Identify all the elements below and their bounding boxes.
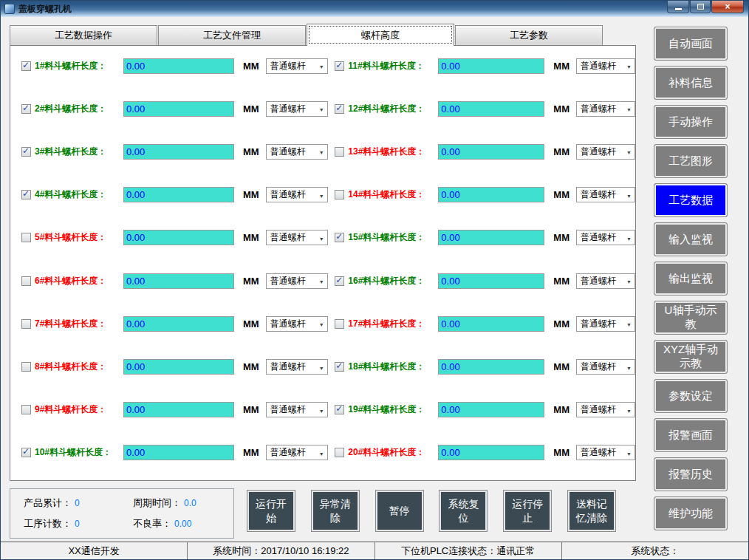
- hopper-label: 13#料斗螺杆长度：: [348, 146, 438, 158]
- screw-length-input[interactable]: [438, 402, 544, 417]
- screw-length-input[interactable]: [123, 273, 234, 289]
- hopper-checkbox[interactable]: [21, 319, 31, 329]
- screw-length-input[interactable]: [123, 230, 234, 245]
- screw-length-input[interactable]: [438, 58, 544, 74]
- sidebar-button[interactable]: 维护功能: [654, 496, 728, 530]
- sidebar-button[interactable]: 输出监视: [654, 262, 728, 296]
- sidebar-button[interactable]: 工艺图形: [654, 144, 728, 178]
- tab[interactable]: 螺杆高度: [307, 24, 454, 46]
- sidebar-button[interactable]: U轴手动示教: [654, 301, 728, 335]
- screw-type-select[interactable]: 普通螺杆: [576, 187, 635, 202]
- sidebar-button[interactable]: XYZ轴手动示教: [654, 340, 728, 374]
- hopper-checkbox[interactable]: [21, 276, 31, 286]
- control-button[interactable]: 暂停: [375, 490, 424, 532]
- hopper-checkbox[interactable]: [335, 233, 344, 242]
- screw-length-input[interactable]: [438, 273, 544, 289]
- sidebar-button[interactable]: 报警历史: [654, 457, 728, 491]
- chevron-down-icon: [319, 233, 324, 243]
- unit-label: MM: [243, 189, 259, 200]
- hopper-row: 8#料斗螺杆长度： MM 普通螺杆: [10, 359, 333, 375]
- screw-type-select[interactable]: 普通螺杆: [266, 359, 328, 375]
- screw-type-select[interactable]: 普通螺杆: [266, 101, 328, 117]
- screw-type-select[interactable]: 普通螺杆: [266, 144, 328, 160]
- sidebar-button[interactable]: 手动操作: [654, 105, 728, 139]
- screw-length-input[interactable]: [438, 316, 544, 332]
- screw-length-input[interactable]: [438, 187, 544, 202]
- screw-type-value: 普通螺杆: [270, 103, 306, 115]
- hopper-checkbox[interactable]: [335, 61, 344, 71]
- screw-length-input[interactable]: [438, 101, 544, 117]
- control-button[interactable]: 运行开始: [247, 490, 295, 532]
- hopper-checkbox[interactable]: [335, 405, 344, 414]
- control-button[interactable]: 送料记忆清除: [567, 490, 616, 532]
- screw-type-select[interactable]: 普通螺杆: [266, 230, 328, 245]
- screw-type-select[interactable]: 普通螺杆: [576, 273, 635, 289]
- hopper-checkbox[interactable]: [21, 61, 31, 71]
- hopper-row: 11#料斗螺杆长度： MM 普通螺杆: [333, 58, 635, 74]
- screw-length-input[interactable]: [438, 144, 544, 160]
- window-controls: ×: [666, 1, 744, 13]
- hopper-checkbox[interactable]: [335, 147, 344, 157]
- sidebar-button[interactable]: 补料信息: [654, 66, 728, 100]
- unit-label: MM: [243, 146, 259, 157]
- screw-type-select[interactable]: 普通螺杆: [576, 402, 635, 417]
- screw-type-select[interactable]: 普通螺杆: [266, 316, 328, 332]
- minimize-button[interactable]: [667, 1, 689, 13]
- screw-length-input[interactable]: [123, 316, 234, 332]
- screw-type-select[interactable]: 普通螺杆: [266, 187, 328, 202]
- screw-length-input[interactable]: [438, 230, 544, 245]
- hopper-checkbox[interactable]: [21, 362, 31, 372]
- hopper-checkbox[interactable]: [335, 276, 344, 286]
- sidebar-button-label: 补料信息: [668, 76, 713, 90]
- hopper-checkbox[interactable]: [335, 190, 344, 199]
- sidebar-button[interactable]: 输入监视: [654, 222, 728, 256]
- screw-type-select[interactable]: 普通螺杆: [576, 230, 635, 245]
- chevron-down-icon: [319, 276, 324, 286]
- hopper-checkbox[interactable]: [335, 319, 344, 329]
- hopper-checkbox[interactable]: [335, 448, 344, 457]
- screw-type-select[interactable]: 普通螺杆: [576, 58, 635, 74]
- hopper-checkbox[interactable]: [21, 405, 31, 414]
- screw-length-input[interactable]: [123, 187, 234, 202]
- hopper-checkbox[interactable]: [21, 147, 31, 157]
- sidebar-button[interactable]: 自动画面: [654, 27, 728, 61]
- control-button[interactable]: 系统复位: [439, 490, 488, 532]
- screw-length-input[interactable]: [438, 359, 544, 375]
- hopper-row: 16#料斗螺杆长度： MM 普通螺杆: [333, 273, 635, 289]
- screw-type-select[interactable]: 普通螺杆: [576, 144, 635, 160]
- tab[interactable]: 工艺文件管理: [158, 25, 306, 45]
- hopper-checkbox[interactable]: [21, 233, 31, 242]
- hopper-checkbox[interactable]: [335, 104, 344, 114]
- maximize-button[interactable]: [690, 1, 711, 13]
- sidebar-button[interactable]: 工艺数据: [654, 183, 728, 217]
- sidebar-button[interactable]: 报警画面: [654, 418, 728, 452]
- control-button[interactable]: 运行停止: [503, 490, 552, 532]
- screw-length-input[interactable]: [123, 101, 234, 117]
- screw-type-select[interactable]: 普通螺杆: [266, 445, 328, 460]
- screw-length-input[interactable]: [123, 402, 234, 417]
- screw-type-select[interactable]: 普通螺杆: [576, 445, 635, 460]
- screw-type-select[interactable]: 普通螺杆: [576, 101, 635, 117]
- tab[interactable]: 工艺参数: [455, 25, 603, 45]
- screw-type-select[interactable]: 普通螺杆: [266, 58, 328, 74]
- control-button[interactable]: 异常清除: [311, 490, 360, 532]
- hopper-checkbox[interactable]: [21, 104, 31, 114]
- screw-type-select[interactable]: 普通螺杆: [576, 316, 635, 332]
- screw-length-input[interactable]: [123, 445, 234, 460]
- screw-type-select[interactable]: 普通螺杆: [266, 402, 328, 417]
- screw-length-input[interactable]: [123, 58, 234, 74]
- screw-type-value: 普通螺杆: [581, 146, 616, 158]
- hopper-checkbox[interactable]: [21, 448, 31, 457]
- screw-length-input[interactable]: [123, 359, 234, 375]
- screw-length-input[interactable]: [123, 144, 234, 160]
- tab[interactable]: 工艺数据操作: [10, 25, 157, 45]
- screw-type-select[interactable]: 普通螺杆: [266, 273, 328, 289]
- close-button[interactable]: ×: [711, 1, 744, 13]
- unit-label: MM: [553, 318, 570, 329]
- screw-type-select[interactable]: 普通螺杆: [576, 359, 635, 375]
- hopper-checkbox[interactable]: [335, 362, 344, 372]
- sidebar-button[interactable]: 参数设定: [654, 379, 728, 413]
- hopper-checkbox[interactable]: [21, 190, 31, 199]
- screw-length-input[interactable]: [438, 445, 544, 460]
- unit-label: MM: [243, 404, 259, 415]
